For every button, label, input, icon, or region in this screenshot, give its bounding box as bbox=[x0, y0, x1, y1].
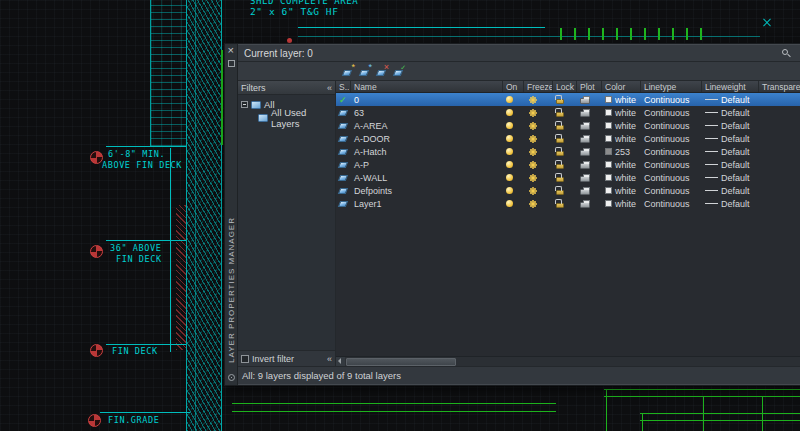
layer-name[interactable]: Layer1 bbox=[351, 197, 503, 210]
layer-on-icon[interactable] bbox=[506, 187, 513, 194]
layer-status-cell[interactable] bbox=[336, 132, 351, 145]
col-lock[interactable]: Lock bbox=[553, 81, 577, 92]
col-on[interactable]: On bbox=[503, 81, 524, 92]
layer-plot-cell[interactable] bbox=[577, 158, 602, 171]
set-current-layer-icon[interactable] bbox=[392, 65, 406, 78]
layer-transparency[interactable] bbox=[759, 158, 800, 171]
layer-color-cell[interactable]: white bbox=[602, 171, 641, 184]
layer-on-cell[interactable] bbox=[503, 158, 524, 171]
palette-properties-icon[interactable] bbox=[228, 374, 235, 381]
layer-on-cell[interactable] bbox=[503, 93, 524, 106]
table-row[interactable]: A-P white Continuous Default bbox=[336, 158, 800, 171]
layer-lineweight[interactable]: Default bbox=[702, 171, 759, 184]
layer-plot-cell[interactable] bbox=[577, 171, 602, 184]
layer-on-icon[interactable] bbox=[506, 200, 513, 207]
layer-on-cell[interactable] bbox=[503, 119, 524, 132]
layer-lineweight[interactable]: Default bbox=[702, 158, 759, 171]
col-status[interactable]: S.. bbox=[336, 81, 351, 92]
layer-lock-icon[interactable] bbox=[556, 177, 564, 182]
layer-freeze-icon[interactable] bbox=[531, 98, 535, 102]
layer-on-icon[interactable] bbox=[506, 96, 513, 103]
layer-color-cell[interactable]: white bbox=[602, 184, 641, 197]
layer-color-swatch[interactable] bbox=[605, 122, 612, 129]
layer-plot-cell[interactable] bbox=[577, 197, 602, 210]
layer-plot-cell[interactable] bbox=[577, 119, 602, 132]
layer-transparency[interactable] bbox=[759, 145, 800, 158]
layer-color-cell[interactable]: white bbox=[602, 93, 641, 106]
layer-plot-cell[interactable] bbox=[577, 132, 602, 145]
layer-lock-cell[interactable] bbox=[553, 184, 577, 197]
layer-on-icon[interactable] bbox=[506, 148, 513, 155]
table-row[interactable]: A-AREA white Continuous Default bbox=[336, 119, 800, 132]
layer-color-swatch[interactable] bbox=[605, 187, 612, 194]
layer-status-cell[interactable] bbox=[336, 145, 351, 158]
layer-linetype[interactable]: Continuous bbox=[641, 93, 702, 106]
layer-status-cell[interactable] bbox=[336, 119, 351, 132]
layer-freeze-cell[interactable] bbox=[524, 171, 553, 184]
layer-freeze-icon[interactable] bbox=[531, 150, 535, 154]
layer-name[interactable]: A-AREA bbox=[351, 119, 503, 132]
layer-linetype[interactable]: Continuous bbox=[641, 119, 702, 132]
layer-plot-icon[interactable] bbox=[580, 202, 590, 208]
close-icon[interactable] bbox=[227, 47, 236, 56]
layer-lineweight[interactable]: Default bbox=[702, 184, 759, 197]
layer-plot-icon[interactable] bbox=[580, 163, 590, 169]
layer-color-swatch[interactable] bbox=[605, 96, 612, 103]
layer-color-swatch[interactable] bbox=[605, 161, 612, 168]
tree-node-all-used-label[interactable]: All Used Layers bbox=[271, 107, 335, 129]
col-linetype[interactable]: Linetype bbox=[641, 81, 702, 92]
layer-lock-cell[interactable] bbox=[553, 145, 577, 158]
col-plot[interactable]: Plot bbox=[577, 81, 602, 92]
layer-name[interactable]: A-WALL bbox=[351, 171, 503, 184]
scroll-left-icon[interactable] bbox=[336, 357, 345, 366]
table-row[interactable]: 0 white Continuous Default bbox=[336, 93, 800, 106]
layer-color-cell[interactable]: white bbox=[602, 106, 641, 119]
search-icon[interactable] bbox=[782, 49, 788, 55]
table-row[interactable]: A-Hatch 253 Continuous Default bbox=[336, 145, 800, 158]
layer-freeze-icon[interactable] bbox=[531, 137, 535, 141]
layer-name[interactable]: 0 bbox=[351, 93, 503, 106]
layer-freeze-icon[interactable] bbox=[531, 124, 535, 128]
layer-plot-icon[interactable] bbox=[580, 176, 590, 182]
layer-freeze-icon[interactable] bbox=[531, 111, 535, 115]
layer-color-swatch[interactable] bbox=[605, 200, 612, 207]
layer-linetype[interactable]: Continuous bbox=[641, 171, 702, 184]
layer-color-cell[interactable]: 253 bbox=[602, 145, 641, 158]
filter-tree[interactable]: All All Used Layers bbox=[238, 95, 335, 350]
collapse-filters-icon[interactable] bbox=[327, 83, 332, 93]
layer-freeze-icon[interactable] bbox=[531, 163, 535, 167]
layer-name[interactable]: A-Hatch bbox=[351, 145, 503, 158]
layer-name[interactable]: Defpoints bbox=[351, 184, 503, 197]
layer-freeze-cell[interactable] bbox=[524, 132, 553, 145]
layer-color-swatch[interactable] bbox=[605, 174, 612, 181]
layer-transparency[interactable] bbox=[759, 106, 800, 119]
layer-lock-cell[interactable] bbox=[553, 158, 577, 171]
layer-status-cell[interactable] bbox=[336, 171, 351, 184]
layer-plot-cell[interactable] bbox=[577, 145, 602, 158]
layer-on-cell[interactable] bbox=[503, 132, 524, 145]
layer-plot-icon[interactable] bbox=[580, 98, 590, 104]
col-name[interactable]: Name bbox=[351, 81, 503, 92]
table-row[interactable]: Layer1 white Continuous Default bbox=[336, 197, 800, 210]
layer-on-icon[interactable] bbox=[506, 161, 513, 168]
layer-lineweight[interactable]: Default bbox=[702, 106, 759, 119]
layer-plot-icon[interactable] bbox=[580, 189, 590, 195]
layer-name[interactable]: A-DOOR bbox=[351, 132, 503, 145]
layer-color-swatch[interactable] bbox=[605, 148, 612, 155]
layer-lock-icon[interactable] bbox=[556, 203, 564, 208]
delete-layer-icon[interactable] bbox=[375, 65, 389, 78]
col-transparency[interactable]: Transparency bbox=[759, 81, 800, 92]
layer-lock-cell[interactable] bbox=[553, 132, 577, 145]
layer-transparency[interactable] bbox=[759, 132, 800, 145]
layer-freeze-icon[interactable] bbox=[531, 189, 535, 193]
layer-on-icon[interactable] bbox=[506, 135, 513, 142]
auto-hide-icon[interactable] bbox=[228, 60, 235, 67]
layer-lineweight[interactable]: Default bbox=[702, 93, 759, 106]
layer-plot-icon[interactable] bbox=[580, 150, 590, 156]
layer-linetype[interactable]: Continuous bbox=[641, 145, 702, 158]
layer-linetype[interactable]: Continuous bbox=[641, 184, 702, 197]
layer-lock-cell[interactable] bbox=[553, 119, 577, 132]
col-color[interactable]: Color bbox=[602, 81, 641, 92]
layer-lock-icon[interactable] bbox=[556, 190, 564, 195]
invert-filter-checkbox[interactable] bbox=[241, 355, 249, 363]
